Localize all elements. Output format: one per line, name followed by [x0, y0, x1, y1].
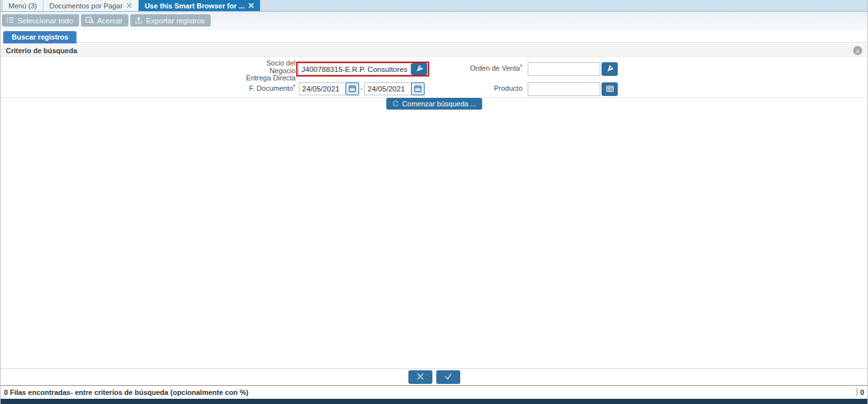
- sales-order-lookup-button[interactable]: [602, 62, 618, 76]
- browser-tab-row: Buscar registros: [1, 30, 867, 43]
- status-count: 0: [860, 388, 864, 396]
- tab-menu-label: Menú (3): [8, 2, 37, 10]
- export-records-label: Exportar registros: [146, 17, 205, 25]
- product-label: Producto: [422, 85, 522, 93]
- tab-smart-browser[interactable]: Use this Smart Browser for ...: [139, 0, 261, 11]
- footer-divider: [1, 368, 867, 369]
- refresh-icon: [392, 100, 399, 108]
- cancel-button[interactable]: [408, 370, 432, 384]
- confirm-button[interactable]: [436, 370, 460, 384]
- collapse-panel-button[interactable]: [853, 46, 862, 55]
- export-icon: [135, 16, 143, 25]
- window-tab-bar: Menú (3) Documentos por Pagar Use this S…: [1, 0, 867, 12]
- highlight-box: [296, 62, 429, 77]
- collapse-icon: [856, 45, 860, 55]
- close-icon[interactable]: [126, 3, 132, 8]
- sales-order-label: Orden de Venta*: [422, 65, 522, 73]
- list-icon: [6, 16, 14, 25]
- check-icon: [444, 372, 452, 382]
- product-search-button[interactable]: [602, 82, 618, 96]
- date-range-separator: -: [360, 84, 363, 92]
- criteria-title: Criterio de búsqueda: [6, 47, 77, 54]
- doc-date-label: F. Documento*: [195, 85, 296, 93]
- tab-smart-browser-label: Use this Smart Browser for ...: [145, 2, 244, 10]
- zoom-icon: [86, 16, 94, 25]
- bpartner-label: Socio del Negocio Entrega Directa: [195, 60, 296, 82]
- lookup-arrow-icon: [605, 64, 615, 75]
- product-input[interactable]: [528, 82, 600, 96]
- doc-date-from-field: [299, 82, 359, 95]
- calendar-icon: [349, 84, 356, 94]
- doc-date-to-field: [364, 82, 425, 95]
- bottom-edge-strip: [1, 399, 867, 404]
- sales-order-input[interactable]: [528, 62, 600, 76]
- start-search-label: Comenzar búsqueda ...: [402, 100, 476, 108]
- cancel-icon: [416, 372, 425, 382]
- product-grid-icon: [606, 84, 614, 94]
- calendar-icon: [414, 84, 421, 94]
- export-records-button[interactable]: Exportar registros: [130, 14, 211, 27]
- bpartner-input[interactable]: [298, 63, 410, 75]
- tab-menu[interactable]: Menú (3): [2, 0, 43, 11]
- tab-documentos-por-pagar[interactable]: Documentos por Pagar: [43, 0, 139, 11]
- doc-date-from-calendar-button[interactable]: [346, 82, 359, 95]
- toolbar: Seleccionar todo Acercar Exportar regist…: [1, 12, 867, 30]
- status-count-group: 0: [856, 388, 864, 396]
- status-separator: [856, 388, 858, 396]
- criteria-panel-header: Criterio de búsqueda: [1, 44, 867, 57]
- tab-documentos-label: Documentos por Pagar: [49, 2, 123, 10]
- doc-date-from-input[interactable]: [299, 82, 346, 95]
- doc-date-to-input[interactable]: [364, 82, 411, 95]
- select-all-label: Seleccionar todo: [18, 17, 73, 25]
- zoom-label: Acercar: [97, 17, 123, 25]
- status-bar: 0 Filas encontradas- entre criterios de …: [1, 386, 867, 399]
- confirm-panel: [1, 370, 867, 384]
- smart-browser-window: Menú (3) Documentos por Pagar Use this S…: [0, 0, 868, 404]
- status-message: 0 Filas encontradas- entre criterios de …: [4, 388, 248, 396]
- start-search-button[interactable]: Comenzar búsqueda ...: [386, 98, 482, 110]
- close-icon[interactable]: [248, 3, 254, 8]
- tab-buscar-registros[interactable]: Buscar registros: [3, 31, 76, 43]
- select-all-button[interactable]: Seleccionar todo: [2, 14, 79, 27]
- zoom-button[interactable]: Acercar: [81, 14, 129, 27]
